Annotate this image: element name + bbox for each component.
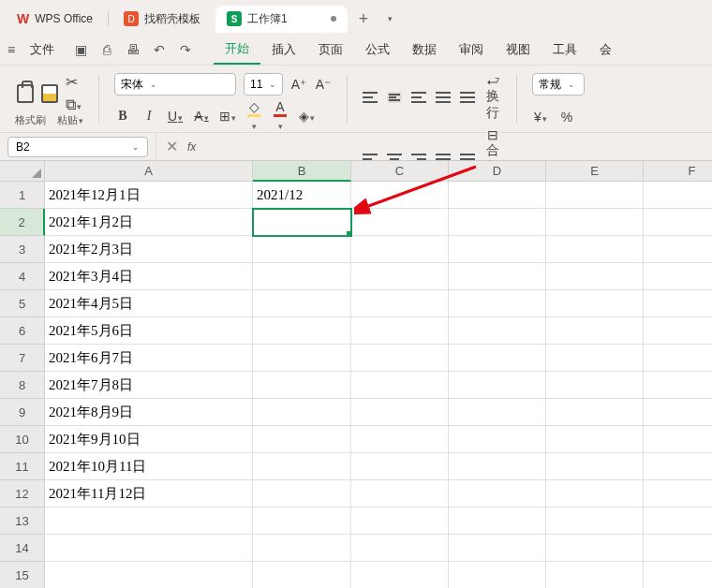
row-header[interactable]: 13 [0, 507, 45, 535]
decrease-font-icon[interactable]: A⁻ [315, 77, 332, 92]
cell[interactable]: 2021年1月2日 [45, 209, 253, 236]
cell[interactable] [546, 562, 644, 588]
cell[interactable] [644, 263, 712, 290]
row-header[interactable]: 14 [0, 535, 45, 562]
increase-font-icon[interactable]: A⁺ [290, 77, 307, 92]
cell[interactable] [644, 182, 712, 209]
cell[interactable] [253, 399, 351, 426]
fx-icon[interactable]: fx [187, 140, 196, 154]
cell[interactable] [546, 507, 644, 535]
cell[interactable] [644, 562, 712, 588]
cell[interactable] [351, 507, 449, 535]
formula-bar[interactable]: ✕ fx [156, 133, 712, 160]
format-painter-icon[interactable] [17, 84, 34, 103]
font-name-select[interactable]: 宋体⌄ [114, 73, 236, 96]
cell[interactable]: 2021/12 [253, 182, 351, 209]
menu-view[interactable]: 视图 [495, 36, 541, 64]
cell[interactable] [644, 399, 712, 426]
cell[interactable] [546, 290, 644, 317]
cell[interactable] [449, 345, 546, 372]
hamburger-icon[interactable]: ≡ [7, 42, 15, 57]
cancel-icon[interactable]: ✕ [166, 138, 178, 155]
cell[interactable] [253, 209, 351, 236]
cell[interactable]: 2021年7月8日 [45, 372, 253, 399]
cell[interactable] [449, 562, 546, 588]
cell[interactable] [644, 507, 712, 535]
cell[interactable]: 2021年11月12日 [45, 480, 253, 507]
column-header[interactable]: C [351, 161, 449, 182]
cell[interactable] [449, 535, 546, 562]
cell[interactable] [253, 236, 351, 263]
file-menu[interactable]: 文件 [19, 36, 66, 64]
clear-format-button[interactable]: ◈▾ [298, 109, 315, 124]
cell[interactable]: 2021年8月9日 [45, 399, 253, 426]
cell[interactable] [546, 453, 644, 480]
cell[interactable] [644, 535, 712, 562]
menu-data[interactable]: 数据 [401, 36, 448, 64]
cell[interactable] [449, 236, 546, 263]
cell[interactable] [644, 453, 712, 480]
cell[interactable] [253, 562, 351, 588]
cell[interactable] [644, 236, 712, 263]
column-header[interactable]: F [644, 161, 712, 182]
cell[interactable] [449, 290, 546, 317]
cell[interactable]: 2021年5月6日 [45, 317, 253, 345]
row-header[interactable]: 12 [0, 480, 45, 507]
cell[interactable] [644, 345, 712, 372]
undo-icon[interactable]: ↶ [152, 42, 167, 57]
cell[interactable] [449, 480, 546, 507]
cell[interactable] [253, 426, 351, 453]
cell[interactable] [351, 372, 449, 399]
cell[interactable] [351, 236, 449, 263]
cell[interactable] [449, 209, 546, 236]
italic-button[interactable]: I [141, 109, 157, 124]
column-header[interactable]: E [546, 161, 644, 182]
cell[interactable] [546, 182, 644, 209]
cell[interactable] [449, 426, 546, 453]
cell[interactable] [449, 317, 546, 345]
cell[interactable]: 2021年12月1日 [45, 182, 253, 209]
wrap-text-button[interactable]: ⮐换行 [484, 73, 501, 122]
row-header[interactable]: 9 [0, 399, 45, 426]
name-box[interactable]: B2 ⌄ [7, 137, 148, 157]
cell[interactable] [449, 507, 546, 535]
font-color-button[interactable]: A▾ [272, 99, 289, 132]
bold-button[interactable]: B [114, 109, 131, 124]
menu-formula[interactable]: 公式 [354, 36, 401, 64]
menu-tools[interactable]: 工具 [541, 36, 588, 64]
cell[interactable]: 2021年6月7日 [45, 345, 253, 372]
cell[interactable] [351, 345, 449, 372]
cell[interactable] [253, 453, 351, 480]
cell[interactable] [351, 263, 449, 290]
column-header[interactable]: D [449, 161, 546, 182]
cell[interactable]: 2021年4月5日 [45, 290, 253, 317]
row-header[interactable]: 10 [0, 426, 45, 453]
cell[interactable] [351, 399, 449, 426]
cell[interactable] [351, 453, 449, 480]
cell[interactable] [644, 290, 712, 317]
cell[interactable] [546, 209, 644, 236]
column-header[interactable]: A [45, 161, 253, 182]
redo-icon[interactable]: ↷ [178, 42, 193, 57]
decrease-indent-icon[interactable] [436, 92, 451, 103]
copy-icon[interactable]: ⧉▾ [66, 96, 82, 113]
border-button[interactable]: ⊞▾ [219, 109, 236, 124]
menu-start[interactable]: 开始 [214, 35, 260, 65]
cell[interactable] [546, 263, 644, 290]
font-size-select[interactable]: 11⌄ [244, 73, 283, 96]
cell[interactable] [546, 399, 644, 426]
row-header[interactable]: 2 [0, 209, 45, 236]
align-middle-icon[interactable] [387, 92, 402, 103]
cell[interactable]: 2021年3月4日 [45, 263, 253, 290]
cell[interactable] [45, 562, 253, 588]
app-tab-workbook[interactable]: S 工作簿1 [215, 6, 348, 33]
align-top-icon[interactable] [363, 92, 378, 103]
cell[interactable] [546, 426, 644, 453]
currency-button[interactable]: ¥▾ [532, 110, 549, 125]
cell[interactable]: 2021年9月10日 [45, 426, 253, 453]
cut-icon[interactable]: ✂ [66, 73, 82, 91]
cell[interactable] [45, 535, 253, 562]
select-all-corner[interactable] [0, 161, 45, 182]
row-header[interactable]: 7 [0, 345, 45, 372]
row-header[interactable]: 1 [0, 182, 45, 209]
